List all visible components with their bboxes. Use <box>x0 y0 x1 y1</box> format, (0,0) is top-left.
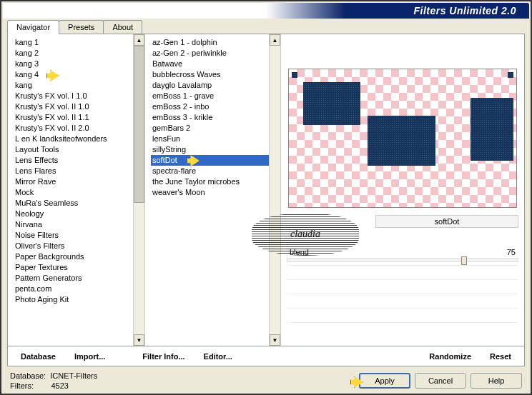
param-empty <box>287 294 518 305</box>
category-item[interactable]: Paper Textures <box>14 262 133 273</box>
tab-navigator[interactable]: Navigator <box>7 20 59 34</box>
category-item[interactable]: Mock <box>14 187 133 198</box>
app-title: Filters Unlimited 2.0 <box>413 5 516 16</box>
category-list[interactable]: kang 1kang 2kang 3kang 4kangKrusty's FX … <box>8 34 133 346</box>
filter-list[interactable]: az-Gen 1 - dolphinaz-Gen 2 - periwinkleB… <box>145 34 269 346</box>
filters-value: 4523 <box>51 381 68 390</box>
filter-item[interactable]: az-Gen 1 - dolphin <box>151 37 269 48</box>
filter-item[interactable]: dayglo Lavalamp <box>151 80 269 91</box>
filter-item[interactable]: emBoss 2 - inbo <box>151 101 269 112</box>
category-item[interactable]: Paper Backgrounds <box>14 251 133 262</box>
filter-item[interactable]: gemBars 2 <box>151 123 269 134</box>
param-slider[interactable] <box>287 258 518 262</box>
reset-button[interactable]: Reset <box>484 350 517 363</box>
category-item[interactable]: kang <box>14 80 133 91</box>
filter-item[interactable]: emBoss 3 - krikle <box>151 112 269 123</box>
param-empty <box>287 265 518 276</box>
filter-scrollbar[interactable]: ▲ ▼ <box>269 34 280 346</box>
category-scrollbar[interactable]: ▲ ▼ <box>133 34 144 346</box>
filter-item[interactable]: weaver's Moon <box>151 187 269 198</box>
category-item[interactable]: Neology <box>14 209 133 219</box>
randomize-button[interactable]: Randomize <box>423 350 477 363</box>
filter-item[interactable]: az-Gen 2 - periwinkle <box>151 48 269 59</box>
dialog-buttons: Apply Cancel Help <box>359 373 522 389</box>
preview-image <box>288 69 517 208</box>
apply-button[interactable]: Apply <box>359 373 410 389</box>
category-item[interactable]: kang 2 <box>14 48 133 59</box>
category-item[interactable]: MuRa's Seamless <box>14 198 133 209</box>
category-item[interactable]: Krusty's FX vol. II 2.0 <box>14 123 133 134</box>
filter-item[interactable]: spectra-flare <box>151 166 269 176</box>
category-item[interactable]: Mirror Rave <box>14 176 133 187</box>
category-item[interactable]: L en K landksiteofwonders <box>14 134 133 144</box>
filter-item[interactable]: emBoss 1 - grave <box>151 91 269 101</box>
category-item[interactable]: Lens Flares <box>14 166 133 176</box>
cancel-button[interactable]: Cancel <box>415 373 466 389</box>
filter-item[interactable]: bubblecross Waves <box>151 69 269 80</box>
scroll-down-icon[interactable]: ▼ <box>134 334 144 346</box>
category-item[interactable]: Lens Effects <box>14 155 133 166</box>
filter-info-button[interactable]: Filter Info... <box>137 350 190 363</box>
category-item[interactable]: penta.com <box>14 284 133 294</box>
category-item[interactable]: kang 3 <box>14 59 133 69</box>
footer-info: Database: ICNET-Filters Filters: 4523 <box>10 371 97 391</box>
tab-about[interactable]: About <box>103 20 142 34</box>
import-button[interactable]: Import... <box>69 350 111 363</box>
category-item[interactable]: Layout Tools <box>14 144 133 155</box>
help-button[interactable]: Help <box>471 373 522 389</box>
param-empty <box>287 322 518 334</box>
category-item[interactable]: Krusty's FX vol. II 1.1 <box>14 112 133 123</box>
action-bar: Database Import... Filter Info... Editor… <box>7 346 525 366</box>
category-item[interactable]: Pattern Generators <box>14 273 133 284</box>
scroll-up-icon[interactable]: ▲ <box>270 34 280 46</box>
filter-item[interactable]: the June Taylor microbes <box>151 176 269 187</box>
category-item[interactable]: kang 1 <box>14 37 133 48</box>
category-column: kang 1kang 2kang 3kang 4kangKrusty's FX … <box>8 34 145 346</box>
tab-presets[interactable]: Presets <box>59 20 104 34</box>
scroll-down-icon[interactable]: ▼ <box>270 334 280 346</box>
filter-item[interactable]: Batwave <box>151 59 269 69</box>
slider-thumb[interactable] <box>461 256 467 265</box>
param-empty <box>287 308 518 319</box>
param-empty <box>287 279 518 291</box>
selected-filter-label: softDot <box>375 215 518 228</box>
footer-bar: Database: ICNET-Filters Filters: 4523 Ap… <box>1 366 531 395</box>
category-item[interactable]: Krusty's FX vol. I 1.0 <box>14 91 133 101</box>
category-item[interactable]: Oliver's Filters <box>14 241 133 251</box>
filters-label: Filters: <box>10 381 34 390</box>
scroll-thumb[interactable] <box>134 46 144 203</box>
filter-item[interactable]: lensFun <box>151 134 269 144</box>
db-value: ICNET-Filters <box>50 371 97 380</box>
filter-item[interactable]: softDot <box>151 155 269 166</box>
category-item[interactable]: Noise Filters <box>14 230 133 241</box>
category-item[interactable]: Photo Aging Kit <box>14 294 133 305</box>
database-button[interactable]: Database <box>15 350 61 363</box>
filter-column: az-Gen 1 - dolphinaz-Gen 2 - periwinkleB… <box>145 34 281 346</box>
tab-strip: Navigator Presets About <box>7 20 531 34</box>
preview-column: softDot blend 75 <box>281 34 524 346</box>
watermark: claudia <box>252 213 359 256</box>
filter-item[interactable]: sillyString <box>151 144 269 155</box>
category-item[interactable]: Nirvana <box>14 219 133 230</box>
navigator-panel: kang 1kang 2kang 3kang 4kangKrusty's FX … <box>7 34 525 346</box>
scroll-up-icon[interactable]: ▲ <box>134 34 144 46</box>
param-value: 75 <box>507 248 516 256</box>
category-item[interactable]: kang 4 <box>14 69 133 80</box>
title-bar: Filters Unlimited 2.0 <box>3 3 529 19</box>
editor-button[interactable]: Editor... <box>198 350 238 363</box>
category-item[interactable]: Krusty's FX vol. II 1.0 <box>14 101 133 112</box>
db-label: Database: <box>10 371 46 380</box>
